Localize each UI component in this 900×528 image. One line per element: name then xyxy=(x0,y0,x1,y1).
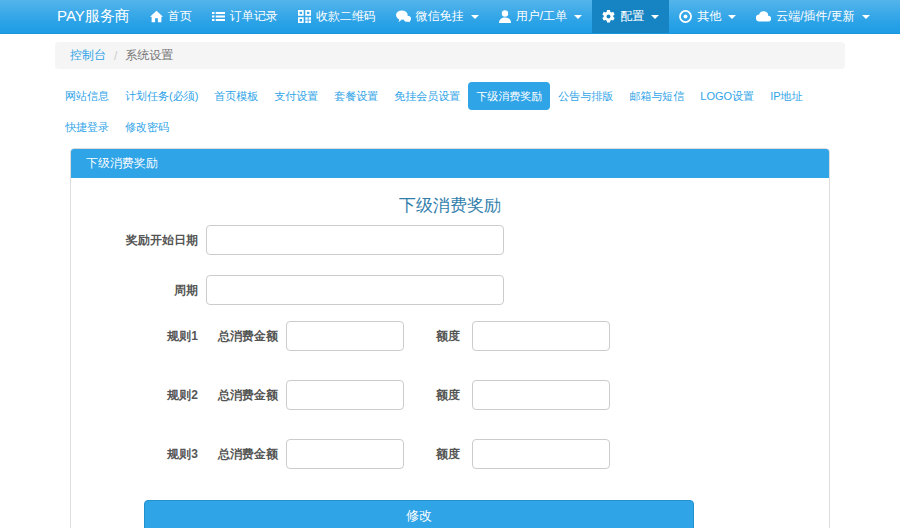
tab-5[interactable]: 免挂会员设置 xyxy=(386,82,468,110)
submit-button[interactable]: 修改 xyxy=(144,500,694,528)
nav-item-label: 收款二维码 xyxy=(316,8,376,25)
tab-3[interactable]: 支付设置 xyxy=(266,82,326,110)
rules-section: 规则1总消费金额额度规则2总消费金额额度规则3总消费金额额度 xyxy=(86,321,814,469)
tab-2[interactable]: 首页模板 xyxy=(206,82,266,110)
nav-item-label: 用户/工单 xyxy=(516,8,567,25)
breadcrumb-home-link[interactable]: 控制台 xyxy=(70,47,106,64)
period-row: 周期 xyxy=(86,275,814,305)
nav-item-label: 微信免挂 xyxy=(416,8,464,25)
breadcrumb-separator: / xyxy=(114,49,117,63)
rule-label: 规则2 xyxy=(86,387,198,404)
nav-item-2[interactable]: 收款二维码 xyxy=(288,0,386,33)
nav-item-5[interactable]: 配置 xyxy=(592,0,669,33)
chevron-down-icon xyxy=(728,15,736,19)
breadcrumb-current: 系统设置 xyxy=(125,47,173,64)
rule-2-quota-input[interactable] xyxy=(472,380,610,410)
period-label: 周期 xyxy=(86,282,198,299)
tab-9[interactable]: LOGO设置 xyxy=(692,82,762,110)
list-icon xyxy=(212,10,225,23)
amount-label: 总消费金额 xyxy=(218,328,278,345)
quota-label: 额度 xyxy=(436,387,460,404)
reward-panel: 下级消费奖励 下级消费奖励 奖励开始日期 周期 规则1总消费金额额度规则2总消费… xyxy=(70,148,830,528)
cloud-icon xyxy=(756,11,771,22)
rule-2-amount-input[interactable] xyxy=(286,380,404,410)
nav-item-0[interactable]: 首页 xyxy=(140,0,202,33)
chevron-down-icon xyxy=(651,15,659,19)
navbar-inner: PAY服务商 首页订单记录收款二维码微信免挂用户/工单配置其他云端/插件/更新 xyxy=(55,0,845,33)
tab-12[interactable]: 修改密码 xyxy=(117,113,177,141)
rule-label: 规则3 xyxy=(86,446,198,463)
panel-body: 下级消费奖励 奖励开始日期 周期 规则1总消费金额额度规则2总消费金额额度规则3… xyxy=(71,178,829,528)
quota-label: 额度 xyxy=(436,446,460,463)
main-container: 控制台 / 系统设置 网站信息计划任务(必须)首页模板支付设置套餐设置免挂会员设… xyxy=(55,42,845,528)
tab-11[interactable]: 快捷登录 xyxy=(57,113,117,141)
panel-wrap: 下级消费奖励 下级消费奖励 奖励开始日期 周期 规则1总消费金额额度规则2总消费… xyxy=(70,148,830,528)
rule-3-amount-input[interactable] xyxy=(286,439,404,469)
rule-row-1: 规则1总消费金额额度 xyxy=(86,321,814,351)
nav-item-3[interactable]: 微信免挂 xyxy=(386,0,489,33)
qrcode-icon xyxy=(298,10,311,23)
nav-item-4[interactable]: 用户/工单 xyxy=(489,0,592,33)
tab-1[interactable]: 计划任务(必须) xyxy=(117,82,206,110)
nav-item-1[interactable]: 订单记录 xyxy=(202,0,288,33)
breadcrumb: 控制台 / 系统设置 xyxy=(55,42,845,69)
rule-3-quota-input[interactable] xyxy=(472,439,610,469)
home-icon xyxy=(150,10,163,23)
panel-heading: 下级消费奖励 xyxy=(71,149,829,178)
nav-item-label: 配置 xyxy=(620,8,644,25)
navbar-menu: 首页订单记录收款二维码微信免挂用户/工单配置其他云端/插件/更新 xyxy=(140,0,880,33)
nav-item-label: 首页 xyxy=(168,8,192,25)
rule-row-2: 规则2总消费金额额度 xyxy=(86,380,814,410)
wechat-icon xyxy=(396,10,411,23)
nav-item-6[interactable]: 其他 xyxy=(669,0,746,33)
misc-icon xyxy=(679,10,692,23)
top-navbar: PAY服务商 首页订单记录收款二维码微信免挂用户/工单配置其他云端/插件/更新 xyxy=(0,0,900,34)
nav-item-label: 云端/插件/更新 xyxy=(776,8,855,25)
quota-label: 额度 xyxy=(436,328,460,345)
rule-1-amount-input[interactable] xyxy=(286,321,404,351)
amount-label: 总消费金额 xyxy=(218,446,278,463)
tab-6[interactable]: 下级消费奖励 xyxy=(468,82,550,110)
period-input[interactable] xyxy=(206,275,504,305)
gear-icon xyxy=(602,10,615,23)
amount-label: 总消费金额 xyxy=(218,387,278,404)
chevron-down-icon xyxy=(574,15,582,19)
user-icon xyxy=(499,10,511,23)
rule-label: 规则1 xyxy=(86,328,198,345)
rule-row-3: 规则3总消费金额额度 xyxy=(86,439,814,469)
brand[interactable]: PAY服务商 xyxy=(55,0,140,33)
chevron-down-icon xyxy=(862,15,870,19)
rule-1-quota-input[interactable] xyxy=(472,321,610,351)
tab-0[interactable]: 网站信息 xyxy=(57,82,117,110)
start-date-input[interactable] xyxy=(206,225,504,255)
nav-item-7[interactable]: 云端/插件/更新 xyxy=(746,0,880,33)
tab-4[interactable]: 套餐设置 xyxy=(326,82,386,110)
tab-7[interactable]: 公告与排版 xyxy=(550,82,621,110)
tab-8[interactable]: 邮箱与短信 xyxy=(621,82,692,110)
tab-10[interactable]: IP地址 xyxy=(762,82,810,110)
nav-item-label: 订单记录 xyxy=(230,8,278,25)
form-title: 下级消费奖励 xyxy=(86,194,814,217)
nav-item-label: 其他 xyxy=(697,8,721,25)
settings-tabs: 网站信息计划任务(必须)首页模板支付设置套餐设置免挂会员设置下级消费奖励公告与排… xyxy=(57,82,845,141)
start-date-row: 奖励开始日期 xyxy=(86,225,814,255)
start-date-label: 奖励开始日期 xyxy=(86,232,198,249)
chevron-down-icon xyxy=(471,15,479,19)
